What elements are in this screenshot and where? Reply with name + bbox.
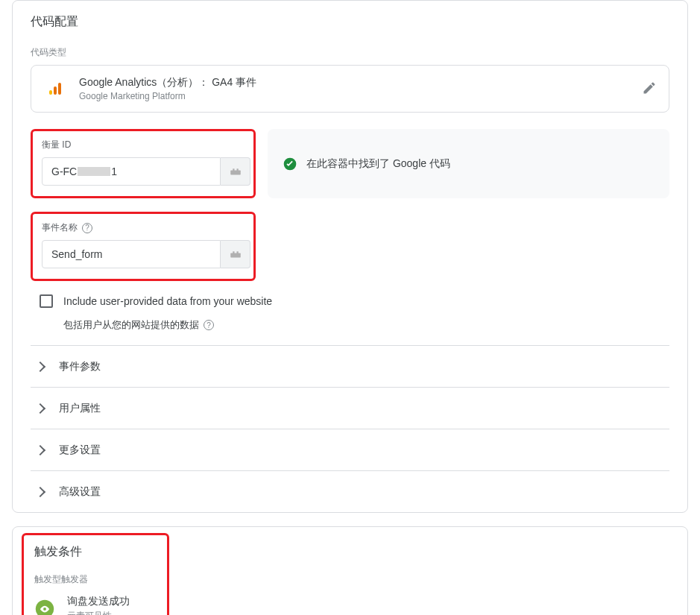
svg-rect-1 xyxy=(54,86,57,95)
event-name-input[interactable] xyxy=(42,240,221,268)
trigger-item[interactable]: 询盘发送成功 元素可见性 xyxy=(34,595,157,615)
status-text: 在此容器中找到了 Google 代码 xyxy=(306,157,450,171)
variable-picker-button[interactable] xyxy=(221,157,250,186)
trigger-sub-label: 触发型触发器 xyxy=(34,573,157,586)
chevron-right-icon xyxy=(35,444,45,455)
chevron-right-icon xyxy=(35,486,45,496)
trigger-highlight: 触发条件 触发型触发器 询盘发送成功 元素可见性 xyxy=(22,533,169,615)
accordion-label: 用户属性 xyxy=(59,402,101,415)
include-data-caption: 包括用户从您的网站提供的数据 xyxy=(63,318,199,332)
accordion-label: 更多设置 xyxy=(59,444,101,457)
tag-type-subtitle: Google Marketing Platform xyxy=(79,91,256,101)
svg-rect-2 xyxy=(58,83,61,95)
edit-icon[interactable] xyxy=(642,81,657,98)
help-icon[interactable]: ? xyxy=(82,223,92,233)
help-icon[interactable]: ? xyxy=(204,320,214,330)
accordion-event-params[interactable]: 事件参数 xyxy=(31,345,669,387)
chevron-right-icon xyxy=(35,403,45,413)
status-panel: 在此容器中找到了 Google 代码 xyxy=(268,129,669,198)
svg-rect-0 xyxy=(49,90,52,95)
code-type-label: 代码类型 xyxy=(31,46,669,59)
trigger-item-title: 询盘发送成功 xyxy=(67,595,130,608)
accordion-more-settings[interactable]: 更多设置 xyxy=(31,429,669,470)
code-config-card: 代码配置 代码类型 Google Analytics（分析）： GA4 事件 G… xyxy=(12,0,688,513)
trigger-title: 触发条件 xyxy=(34,544,157,560)
accordion-user-properties[interactable]: 用户属性 xyxy=(31,387,669,429)
trigger-item-subtitle: 元素可见性 xyxy=(67,610,130,615)
svg-point-11 xyxy=(43,608,46,611)
visibility-icon xyxy=(34,599,55,616)
event-name-label: 事件名称 xyxy=(42,221,78,234)
section-title: 代码配置 xyxy=(31,14,669,30)
svg-rect-8 xyxy=(233,251,234,253)
check-circle-icon xyxy=(283,157,297,171)
include-data-checkbox[interactable] xyxy=(40,294,53,308)
svg-rect-4 xyxy=(233,168,234,171)
measurement-id-label: 衡量 ID xyxy=(42,139,71,151)
svg-rect-7 xyxy=(230,253,241,258)
tag-type-selector[interactable]: Google Analytics（分析）： GA4 事件 Google Mark… xyxy=(31,65,669,113)
masked-text xyxy=(78,167,110,176)
measurement-id-input[interactable]: G-FC1 xyxy=(42,157,221,186)
analytics-icon xyxy=(43,77,67,101)
accordion-label: 事件参数 xyxy=(59,360,101,373)
svg-rect-3 xyxy=(230,171,241,175)
svg-rect-5 xyxy=(236,168,238,171)
measurement-id-group: 衡量 ID G-FC1 xyxy=(31,129,256,198)
accordion-label: 高级设置 xyxy=(59,485,101,499)
include-data-label: Include user-provided data from your web… xyxy=(63,295,272,307)
accordion-advanced-settings[interactable]: 高级设置 xyxy=(31,470,669,512)
tag-type-title: Google Analytics（分析）： GA4 事件 xyxy=(79,76,256,89)
event-name-group: 事件名称 ? xyxy=(31,212,256,281)
trigger-card: 触发条件 触发型触发器 询盘发送成功 元素可见性 xyxy=(12,526,688,615)
chevron-right-icon xyxy=(35,361,45,371)
tag-type-text: Google Analytics（分析）： GA4 事件 Google Mark… xyxy=(79,76,256,101)
variable-picker-button[interactable] xyxy=(221,240,250,268)
svg-rect-9 xyxy=(236,251,238,253)
